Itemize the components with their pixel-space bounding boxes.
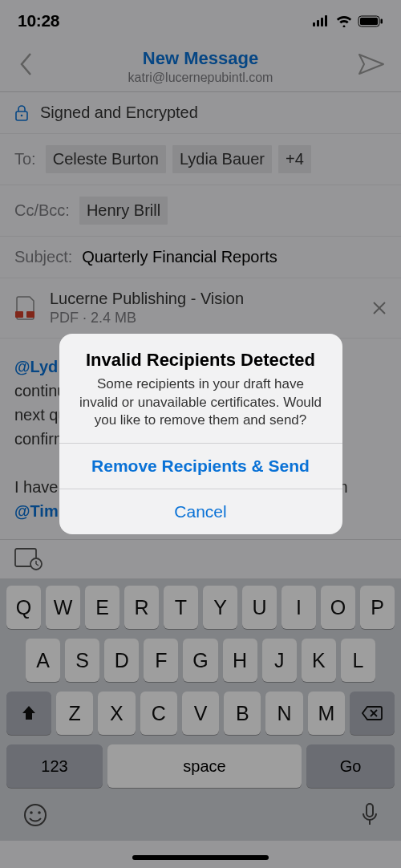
alert-text: Some recipients in your draft have inval… [77,375,325,431]
alert-dialog: Invalid Recipients Detected Some recipie… [59,334,342,535]
cancel-button[interactable]: Cancel [59,489,342,534]
alert-title: Invalid Recipients Detected [77,350,325,371]
modal-overlay: Invalid Recipients Detected Some recipie… [0,0,401,868]
remove-and-send-button[interactable]: Remove Recipients & Send [59,443,342,489]
